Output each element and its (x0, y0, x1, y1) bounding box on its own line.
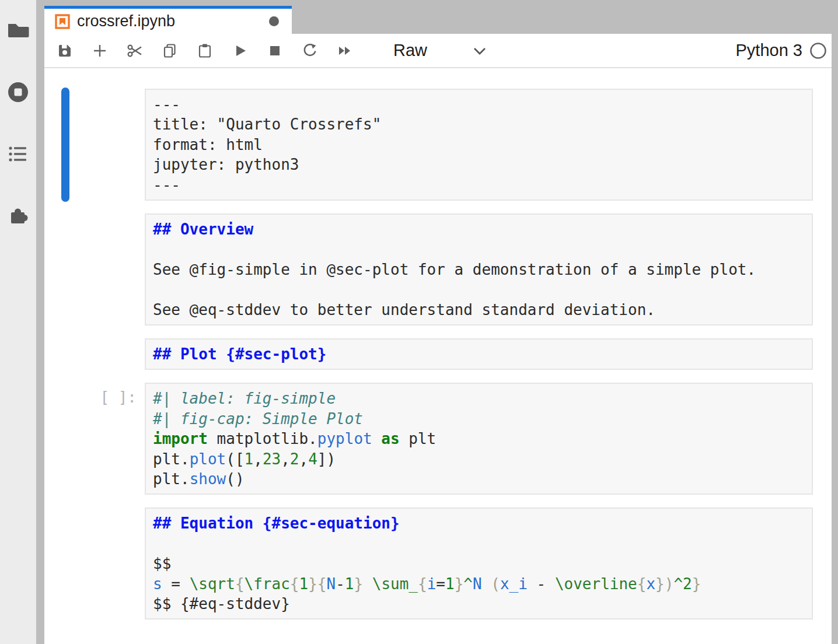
cell-editor-code[interactable]: #| label: fig-simple#| fig-cap: Simple P… (145, 383, 813, 495)
add-cell-button[interactable] (92, 43, 107, 58)
cell-list: ---title: "Quarto Crossrefs"format: html… (44, 89, 832, 620)
cell-type-dropdown[interactable]: Raw (393, 41, 487, 60)
cell-editor-raw[interactable]: ---title: "Quarto Crossrefs"format: html… (145, 89, 813, 201)
sidebar-divider-strip (36, 0, 44, 644)
run-icon (232, 43, 247, 58)
kernel-indicator[interactable]: Python 3 (736, 41, 832, 60)
cell-prompt (44, 89, 145, 201)
copy-cell-button[interactable] (162, 43, 177, 58)
table-of-contents-icon[interactable] (6, 142, 30, 166)
chevron-down-icon (473, 46, 487, 55)
cut-cell-icon (127, 43, 142, 58)
cell-row-markdown: ## Plot {#sec-plot} (44, 338, 813, 370)
run-button[interactable] (232, 43, 247, 58)
stop-icon (267, 43, 282, 58)
main-panel: crossref.ipynb (44, 0, 832, 644)
tab-bar: crossref.ipynb (44, 0, 832, 34)
unsaved-changes-dot[interactable] (269, 16, 279, 26)
restart-kernel-button[interactable] (302, 43, 317, 58)
kernel-name: Python 3 (736, 41, 802, 60)
add-cell-icon (92, 43, 107, 58)
jupyterlab-window: crossref.ipynb (0, 0, 838, 644)
activity-sidebar (0, 0, 36, 644)
kernel-idle-circle (809, 42, 827, 60)
restart-run-all-icon (337, 43, 352, 58)
cell-row-markdown: ## OverviewSee @fig-simple in @sec-plot … (44, 214, 813, 326)
cell-row-raw: ---title: "Quarto Crossrefs"format: html… (44, 89, 813, 201)
restart-kernel-icon (302, 43, 317, 58)
cell-prompt (44, 338, 145, 370)
extensions-icon[interactable] (6, 204, 30, 228)
cell-type-value: Raw (393, 41, 427, 60)
paste-cell-button[interactable] (197, 43, 212, 58)
paste-cell-icon (197, 43, 212, 58)
cell-prompt (44, 508, 145, 620)
notebook-icon (55, 13, 70, 30)
stop-button[interactable] (267, 43, 282, 58)
cut-cell-button[interactable] (127, 43, 142, 58)
save-button[interactable] (57, 43, 72, 58)
cell-row-code: [ ]:#| label: fig-simple#| fig-cap: Simp… (44, 383, 813, 495)
notebook-toolbar: Raw Python 3 (44, 34, 832, 68)
save-icon (57, 43, 72, 58)
notebook-scroll-area[interactable]: ---title: "Quarto Crossrefs"format: html… (44, 68, 832, 644)
cell-editor-markdown[interactable]: ## Plot {#sec-plot} (145, 338, 813, 370)
running-kernels-icon[interactable] (6, 80, 30, 104)
tab-title: crossref.ipynb (77, 12, 175, 30)
cell-editor-markdown[interactable]: ## Equation {#sec-equation}$$s = \sqrt{\… (145, 508, 813, 620)
cell-row-markdown: ## Equation {#sec-equation}$$s = \sqrt{\… (44, 508, 813, 620)
folder-icon[interactable] (6, 19, 30, 42)
copy-cell-icon (162, 43, 177, 58)
cell-editor-markdown[interactable]: ## OverviewSee @fig-simple in @sec-plot … (145, 214, 813, 326)
tab-crossref-ipynb[interactable]: crossref.ipynb (44, 6, 292, 34)
selected-cell-bar[interactable] (61, 88, 69, 202)
right-edge-strip (832, 0, 838, 644)
restart-run-all-button[interactable] (337, 43, 352, 58)
cell-prompt: [ ]: (44, 383, 145, 495)
cell-prompt (44, 214, 145, 326)
